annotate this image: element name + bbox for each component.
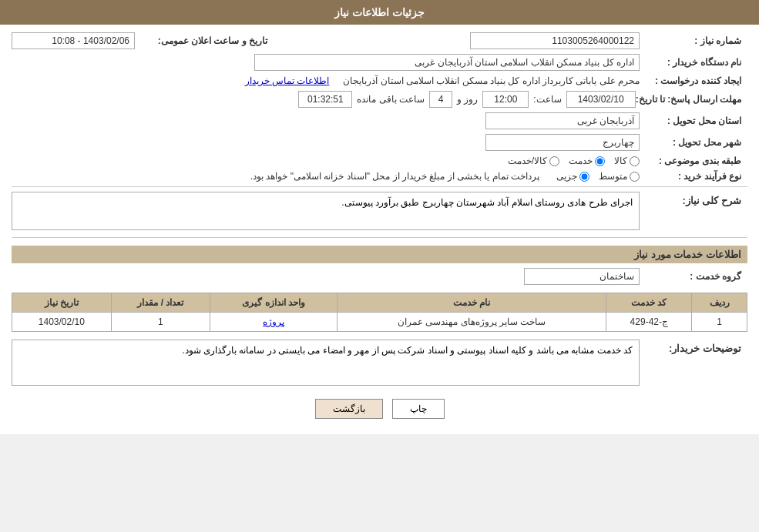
content-area: شماره نیاز : 1103005264000122 تاریخ و سا… bbox=[0, 25, 759, 434]
group-service-row: گروه خدمت : ساختمان bbox=[12, 268, 747, 285]
category-kala-radio[interactable] bbox=[630, 156, 640, 166]
need-number-label: شماره نیاز : bbox=[640, 35, 747, 46]
send-deadline-label: مهلت ارسال پاسخ: تا تاریخ: bbox=[636, 94, 747, 105]
send-days: 4 bbox=[429, 91, 452, 108]
send-time: 12:00 bbox=[482, 91, 529, 108]
col-service-name: نام خدمت bbox=[337, 293, 606, 313]
cell-service-name: ساخت سایر پروژه‌های مهندسی عمران bbox=[337, 313, 606, 332]
category-row: طبقه بندی موضوعی : کالا/خدمت خدمت کالا bbox=[12, 156, 747, 166]
page-header: جزئیات اطلاعات نیاز bbox=[0, 0, 759, 25]
services-section: ردیف کد خدمت نام خدمت واحد اندازه گیری ت… bbox=[12, 293, 747, 332]
need-number-row: شماره نیاز : 1103005264000122 تاریخ و سا… bbox=[12, 32, 747, 49]
announce-label: تاریخ و ساعت اعلان عمومی: bbox=[135, 35, 274, 46]
process-mottavaset-radio[interactable] bbox=[630, 172, 640, 182]
buyer-org-label: نام دستگاه خریدار : bbox=[640, 57, 747, 68]
buyer-notes-textarea[interactable] bbox=[12, 340, 640, 386]
creator-contact-link[interactable]: اطلاعات تماس خریدار bbox=[245, 75, 330, 86]
cell-date: 1403/02/10 bbox=[12, 313, 112, 332]
service-group-label: گروه خدمت : bbox=[640, 271, 747, 282]
cell-row-num: 1 bbox=[692, 313, 747, 332]
col-service-code: کد خدمت bbox=[606, 293, 692, 313]
send-remaining: 01:32:51 bbox=[298, 91, 352, 108]
category-khadamat-item: خدمت bbox=[569, 156, 605, 166]
services-table-body: 1 ج-42-429 ساخت سایر پروژه‌های مهندسی عم… bbox=[12, 313, 747, 332]
send-time-label: ساعت: bbox=[533, 94, 561, 105]
col-unit: واحد اندازه گیری bbox=[210, 293, 338, 313]
province-row: استان محل تحویل : آذربایجان غربی bbox=[12, 112, 747, 129]
category-kala-khadamat-radio[interactable] bbox=[549, 156, 559, 166]
category-label: طبقه بندی موضوعی : bbox=[640, 156, 747, 166]
process-desc: پرداخت تمام یا بخشی از مبلغ خریدار از مح… bbox=[250, 171, 539, 182]
process-row: نوع فرآیند خرید : متوسط جزیی پرداخت تمام… bbox=[12, 171, 747, 182]
general-desc-textarea[interactable] bbox=[12, 192, 640, 230]
col-count: تعداد / مقدار bbox=[111, 293, 210, 313]
services-table-head: ردیف کد خدمت نام خدمت واحد اندازه گیری ت… bbox=[12, 293, 747, 313]
service-group-value: ساختمان bbox=[524, 268, 640, 285]
category-kala-label: کالا bbox=[614, 156, 627, 166]
process-jozvi-item: جزیی bbox=[556, 171, 589, 182]
buyer-notes-row: توضیحات خریدار: bbox=[12, 340, 747, 388]
general-desc-label: شرح کلی نیاز: bbox=[640, 192, 747, 206]
table-row: 1 ج-42-429 ساخت سایر پروژه‌های مهندسی عم… bbox=[12, 313, 747, 332]
send-date: 1403/02/10 bbox=[566, 91, 636, 108]
category-kala-item: کالا bbox=[614, 156, 640, 166]
city-row: شهر محل تحویل : چهاربرج bbox=[12, 134, 747, 151]
cell-count: 1 bbox=[111, 313, 210, 332]
buyer-notes-container bbox=[12, 340, 640, 388]
col-date: تاریخ نیاز bbox=[12, 293, 112, 313]
province-value: آذربایجان غربی bbox=[485, 112, 640, 129]
services-table: ردیف کد خدمت نام خدمت واحد اندازه گیری ت… bbox=[12, 293, 747, 332]
creator-row: ایجاد کننده درخواست : محرم علی یاباتی کا… bbox=[12, 75, 747, 86]
category-khadamat-radio[interactable] bbox=[595, 156, 605, 166]
services-table-header-row: ردیف کد خدمت نام خدمت واحد اندازه گیری ت… bbox=[12, 293, 747, 313]
buyer-org-row: نام دستگاه خریدار : اداره کل بنیاد مسکن … bbox=[12, 54, 747, 71]
process-label: نوع فرآیند خرید : bbox=[640, 171, 747, 182]
announce-value: 1403/02/06 - 10:08 bbox=[12, 32, 135, 49]
page-title: جزئیات اطلاعات نیاز bbox=[334, 6, 425, 18]
city-label: شهر محل تحویل : bbox=[640, 137, 747, 148]
buyer-org-value: اداره کل بنیاد مسکن انقلاب اسلامی استان … bbox=[254, 54, 640, 71]
back-button[interactable]: بازگشت bbox=[315, 399, 383, 419]
send-days-label: روز و bbox=[457, 94, 478, 105]
buyer-notes-label: توضیحات خریدار: bbox=[640, 340, 747, 354]
general-desc-row: شرح کلی نیاز: bbox=[12, 192, 747, 233]
process-jozvi-radio[interactable] bbox=[579, 172, 589, 182]
need-number-value: 1103005264000122 bbox=[470, 32, 640, 49]
send-deadline-row: مهلت ارسال پاسخ: تا تاریخ: 1403/02/10 سا… bbox=[12, 91, 747, 108]
creator-label: ایجاد کننده درخواست : bbox=[640, 75, 747, 86]
send-remaining-label: ساعت باقی مانده bbox=[357, 94, 425, 105]
date-row: 1403/02/10 ساعت: 12:00 روز و 4 ساعت باقی… bbox=[298, 91, 635, 108]
creator-value: محرم علی یاباتی کاربرداز اداره کل بنیاد … bbox=[343, 75, 640, 86]
category-khadamat-label: خدمت bbox=[569, 156, 593, 166]
process-type-group: متوسط جزیی پرداخت تمام یا بخشی از مبلغ خ… bbox=[250, 171, 640, 182]
category-kala-khadamat-label: کالا/خدمت bbox=[508, 156, 547, 166]
cell-service-code: ج-42-429 bbox=[606, 313, 692, 332]
city-value: چهاربرج bbox=[485, 134, 640, 151]
general-desc-container bbox=[12, 192, 640, 233]
category-radio-group: کالا/خدمت خدمت کالا bbox=[508, 156, 640, 166]
category-kala-khadamat-item: کالا/خدمت bbox=[508, 156, 559, 166]
process-mottavaset-label: متوسط bbox=[599, 171, 627, 182]
cell-unit[interactable]: پروژه bbox=[210, 313, 338, 332]
province-label: استان محل تحویل : bbox=[640, 115, 747, 126]
services-section-title: اطلاعات خدمات مورد نیاز bbox=[12, 246, 747, 263]
print-button[interactable]: چاپ bbox=[392, 399, 445, 419]
button-row: چاپ بازگشت bbox=[12, 399, 747, 419]
page-wrapper: جزئیات اطلاعات نیاز شماره نیاز : 1103005… bbox=[0, 0, 759, 434]
process-jozvi-label: جزیی bbox=[556, 171, 577, 182]
process-mottavaset-item: متوسط bbox=[599, 171, 640, 182]
col-row-num: ردیف bbox=[692, 293, 747, 313]
